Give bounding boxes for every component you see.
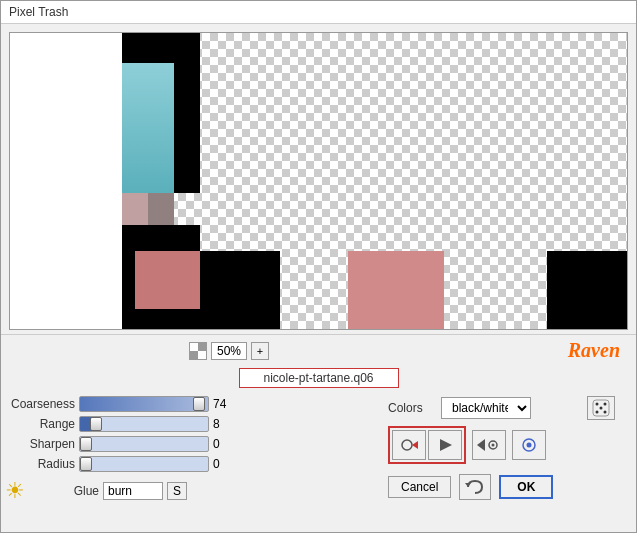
play-eye-button[interactable] <box>472 430 506 460</box>
checker-icon <box>189 342 207 360</box>
filename-display: nicole-pt-tartane.q06 <box>239 368 399 388</box>
controls-area: Coarseness 74 Range 8 Sharpen 0 <box>1 392 636 532</box>
svg-marker-8 <box>440 439 452 451</box>
action-buttons-row: Cancel OK <box>388 474 628 500</box>
coarseness-slider[interactable] <box>79 396 209 412</box>
range-value: 8 <box>213 417 237 431</box>
colors-label: Colors <box>388 401 433 415</box>
dice-button[interactable] <box>587 396 615 420</box>
right-controls: Colors black/white color grayscale <box>388 396 628 528</box>
play-button[interactable] <box>428 430 462 460</box>
colors-row: Colors black/white color grayscale <box>388 396 628 420</box>
sharpen-value: 0 <box>213 437 237 451</box>
radius-label: Radius <box>5 457 75 471</box>
main-window: Pixel Trash <box>0 0 637 533</box>
sun-icon: ☀ <box>5 478 25 504</box>
coarseness-label: Coarseness <box>5 397 75 411</box>
eye-only-button[interactable] <box>512 430 546 460</box>
radius-row: Radius 0 <box>5 456 380 472</box>
art-block <box>148 193 174 225</box>
art-block <box>174 33 200 193</box>
canvas-area <box>9 32 628 330</box>
svg-point-6 <box>402 440 412 450</box>
art-block <box>547 251 627 330</box>
radius-value: 0 <box>213 457 237 471</box>
glue-label: Glue <box>29 484 99 498</box>
svg-marker-9 <box>477 439 485 451</box>
glue-s-button[interactable]: S <box>167 482 187 500</box>
radius-slider[interactable] <box>79 456 209 472</box>
svg-point-11 <box>492 444 495 447</box>
svg-point-4 <box>596 411 599 414</box>
ok-button[interactable]: OK <box>499 475 553 499</box>
coarseness-row: Coarseness 74 <box>5 396 380 412</box>
svg-point-13 <box>527 443 532 448</box>
title-bar: Pixel Trash <box>1 1 636 24</box>
sharpen-slider[interactable] <box>79 436 209 452</box>
art-block <box>122 193 148 225</box>
coarseness-value: 74 <box>213 397 237 411</box>
filename-row: nicole-pt-tartane.q06 <box>1 366 636 392</box>
cancel-button[interactable]: Cancel <box>388 476 451 498</box>
zoom-toolbar: 50% + Raven <box>1 334 636 366</box>
svg-point-5 <box>604 411 607 414</box>
art-block <box>200 251 280 330</box>
art-block <box>135 251 200 309</box>
artwork <box>10 33 627 329</box>
left-controls: Coarseness 74 Range 8 Sharpen 0 <box>5 396 380 528</box>
range-slider[interactable] <box>79 416 209 432</box>
record-play-group <box>388 426 466 464</box>
art-block <box>10 33 122 330</box>
record-button[interactable] <box>392 430 426 460</box>
svg-point-1 <box>596 403 599 406</box>
undo-button[interactable] <box>459 474 491 500</box>
sharpen-row: Sharpen 0 <box>5 436 380 452</box>
colors-dropdown[interactable]: black/white color grayscale <box>441 397 531 419</box>
svg-point-2 <box>604 403 607 406</box>
art-block <box>348 251 444 330</box>
svg-marker-14 <box>465 483 471 487</box>
raven-logo: Raven <box>568 339 628 362</box>
icon-buttons-row <box>388 426 628 464</box>
range-label: Range <box>5 417 75 431</box>
zoom-plus-button[interactable]: + <box>251 342 269 360</box>
glue-input[interactable] <box>103 482 163 500</box>
window-title: Pixel Trash <box>9 5 68 19</box>
zoom-value: 50% <box>211 342 247 360</box>
sharpen-label: Sharpen <box>5 437 75 451</box>
art-block <box>122 63 174 193</box>
svg-marker-7 <box>412 441 418 449</box>
glue-row: ☀ Glue S <box>5 478 380 504</box>
svg-point-3 <box>600 407 603 410</box>
range-row: Range 8 <box>5 416 380 432</box>
